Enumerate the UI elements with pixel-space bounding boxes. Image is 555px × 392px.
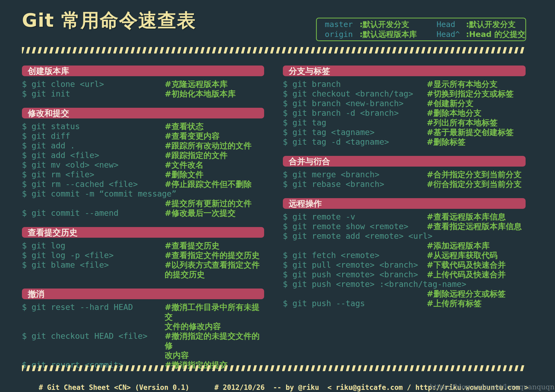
legend-desc-master: :默认开发分支 bbox=[360, 20, 437, 29]
section-title: 合并与衍合 bbox=[289, 156, 330, 166]
command-row: $ git log#查看提交历史 bbox=[22, 241, 264, 251]
section-branch-tag: 分支与标签$ git branch#显示所有本地分支$ git checkout… bbox=[283, 66, 526, 147]
comment-text: #撤消工作目录中所有未提交 文件的修改内容 bbox=[165, 302, 264, 331]
comment-text: #查看指定文件的提交历史 bbox=[165, 251, 260, 260]
comment-text: #列出所有本地标签 bbox=[427, 118, 498, 128]
command-row: $ git add .#跟踪所有改动过的文件 bbox=[22, 141, 264, 151]
comment-text: #衍合指定分支到当前分支 bbox=[427, 179, 522, 189]
comment-text: #切换到指定分支或标签 bbox=[427, 89, 514, 99]
command-text: $ git log bbox=[22, 241, 165, 251]
command-text: $ git tag bbox=[283, 118, 427, 128]
command-text: $ git remote show <remote> bbox=[283, 222, 427, 231]
command-text: $ git diff bbox=[22, 131, 165, 141]
command-row: $ git clone <url>#克隆远程版本库 bbox=[22, 79, 264, 89]
legend-row: origin :默认远程版本库 Head^ :Head 的父提交 bbox=[325, 29, 523, 39]
command-text: $ git clone <url> bbox=[22, 79, 165, 89]
command-row: $ git rm --cached <file>#停止跟踪文件但不删除 bbox=[22, 179, 264, 189]
column-right: 分支与标签$ git branch#显示所有本地分支$ git checkout… bbox=[283, 66, 526, 317]
command-text: $ git commit --amend bbox=[22, 208, 165, 218]
legend-term-head: Head bbox=[437, 20, 466, 29]
command-row: $ git rm <file>#删除文件 bbox=[22, 170, 264, 179]
section-header-merge-rebase: 合并与衍合 bbox=[283, 156, 526, 167]
command-text: $ git add <file> bbox=[22, 151, 165, 160]
command-text: $ git checkout HEAD <file> bbox=[22, 331, 165, 341]
comment-text: #基于最新提交创建标签 bbox=[427, 128, 514, 137]
legend-box: master :默认开发分支 Head :默认开发分支 origin :默认远程… bbox=[316, 18, 526, 41]
command-text: $ git mv <old> <new> bbox=[22, 160, 165, 170]
section-view-history: 查看提交历史$ git log#查看提交历史$ git log -p <file… bbox=[22, 227, 264, 279]
section-header-modify-commit: 修改和提交 bbox=[22, 108, 264, 118]
section-body: $ git remote -v#查看远程版本库信息$ git remote sh… bbox=[283, 212, 526, 308]
section-body: $ git status#查看状态$ git diff#查看变更内容$ git … bbox=[22, 122, 264, 218]
command-row: #删除远程分支或标签 bbox=[283, 289, 526, 299]
comment-text: #上传所有标签 bbox=[427, 299, 481, 308]
comment-text: #初始化本地版本库 bbox=[165, 89, 236, 99]
command-row: $ git branch <new-branch>#创建新分支 bbox=[283, 99, 526, 108]
command-text: $ git tag -d <tagname> bbox=[283, 137, 427, 147]
command-text: $ git pull <remote> <branch> bbox=[283, 260, 427, 270]
section-undo: 撤消$ git reset --hard HEAD#撤消工作目录中所有未提交 文… bbox=[22, 289, 264, 370]
command-text: $ git remote -v bbox=[283, 212, 427, 222]
column-left: 创建版本库$ git clone <url>#克隆远程版本库$ git init… bbox=[22, 66, 264, 379]
comment-text: #文件改名 bbox=[165, 160, 203, 170]
command-row: $ git fetch <remote>#从远程库获取代码 bbox=[283, 251, 526, 260]
command-row: $ git merge <branch>#合并指定分支到当前分支 bbox=[283, 170, 526, 179]
section-header-create-repo: 创建版本库 bbox=[22, 66, 264, 76]
section-header-undo: 撤消 bbox=[22, 289, 264, 299]
section-title: 远程操作 bbox=[289, 199, 322, 208]
command-row: $ git checkout <branch/tag>#切换到指定分支或标签 bbox=[283, 89, 526, 99]
command-text: $ git remote add <remote> <url> bbox=[283, 231, 433, 241]
stripe-divider-top bbox=[22, 47, 526, 53]
section-header-remote: 远程操作 bbox=[283, 198, 526, 209]
comment-text: #克隆远程版本库 bbox=[165, 79, 228, 89]
comment-text: #删除文件 bbox=[165, 170, 203, 179]
command-row: $ git remote add <remote> <url> bbox=[283, 231, 526, 241]
section-body: $ git branch#显示所有本地分支$ git checkout <bra… bbox=[283, 79, 526, 147]
section-header-view-history: 查看提交历史 bbox=[22, 227, 264, 238]
legend-row: master :默认开发分支 Head :默认开发分支 bbox=[325, 20, 523, 29]
command-row: $ git checkout HEAD <file>#撤消指定的未提交文件的修 … bbox=[22, 331, 264, 360]
command-row: $ git pull <remote> <branch>#下载代码及快速合并 bbox=[283, 260, 526, 270]
command-row: $ git tag -d <tagname>#删除标签 bbox=[283, 137, 526, 147]
section-body: $ git log#查看提交历史$ git log -p <file>#查看指定… bbox=[22, 241, 264, 279]
command-row: $ git reset --hard HEAD#撤消工作目录中所有未提交 文件的… bbox=[22, 302, 264, 331]
comment-text: #创建新分支 bbox=[427, 99, 473, 108]
command-row: $ git commit -m “commit message” bbox=[22, 189, 264, 199]
git-cheatsheet-page: Git 常用命令速查表 master :默认开发分支 Head :默认开发分支 … bbox=[0, 0, 555, 392]
page-title: Git 常用命令速查表 bbox=[22, 10, 196, 31]
command-row: #提交所有更新过的文件 bbox=[22, 199, 264, 208]
comment-text: #修改最后一次提交 bbox=[165, 208, 236, 218]
command-row: $ git push --tags#上传所有标签 bbox=[283, 299, 526, 308]
comment-text: #撤消指定的未提交文件的修 改内容 bbox=[165, 331, 264, 360]
command-text: $ git push <remote> :<branch/tag-name> bbox=[283, 279, 466, 289]
section-create-repo: 创建版本库$ git clone <url>#克隆远程版本库$ git init… bbox=[22, 66, 264, 99]
section-title: 分支与标签 bbox=[289, 66, 330, 76]
command-row: $ git blame <file>#以列表方式查看指定文件 的提交历史 bbox=[22, 260, 264, 279]
comment-text: #跟踪所有改动过的文件 bbox=[165, 141, 252, 151]
section-title: 创建版本库 bbox=[28, 66, 69, 76]
comment-text: #删除标签 bbox=[427, 137, 465, 147]
command-text: $ git branch bbox=[283, 79, 427, 89]
section-body: $ git reset --hard HEAD#撤消工作目录中所有未提交 文件的… bbox=[22, 302, 264, 370]
command-row: $ git add <file>#跟踪指定的文件 bbox=[22, 151, 264, 160]
command-text: $ git push --tags bbox=[283, 299, 427, 308]
comment-text: #查看指定远程版本库信息 bbox=[427, 222, 522, 231]
comment-text: #提交所有更新过的文件 bbox=[165, 199, 252, 208]
comment-text: #跟踪指定的文件 bbox=[165, 151, 228, 160]
section-modify-commit: 修改和提交$ git status#查看状态$ git diff#查看变更内容$… bbox=[22, 108, 264, 218]
command-text: $ git rm <file> bbox=[22, 170, 165, 179]
watermark: https://blog.csdn.net/lovequanquqn bbox=[430, 383, 554, 391]
command-text: $ git branch -d <branch> bbox=[283, 108, 427, 118]
command-text: $ git commit -m “commit message” bbox=[22, 189, 176, 199]
command-text: $ git push <remote> <branch> bbox=[283, 270, 427, 279]
legend-term-origin: origin bbox=[325, 29, 360, 39]
command-text: $ git init bbox=[22, 89, 165, 99]
command-row: $ git remote show <remote>#查看指定远程版本库信息 bbox=[283, 222, 526, 231]
command-text: $ git status bbox=[22, 122, 165, 131]
command-row: $ git branch#显示所有本地分支 bbox=[283, 79, 526, 89]
section-merge-rebase: 合并与衍合$ git merge <branch>#合并指定分支到当前分支$ g… bbox=[283, 156, 526, 189]
legend-term-master: master bbox=[325, 20, 360, 29]
comment-text: #查看状态 bbox=[165, 122, 203, 131]
legend-term-head-parent: Head^ bbox=[437, 29, 466, 39]
command-text: $ git add . bbox=[22, 141, 165, 151]
